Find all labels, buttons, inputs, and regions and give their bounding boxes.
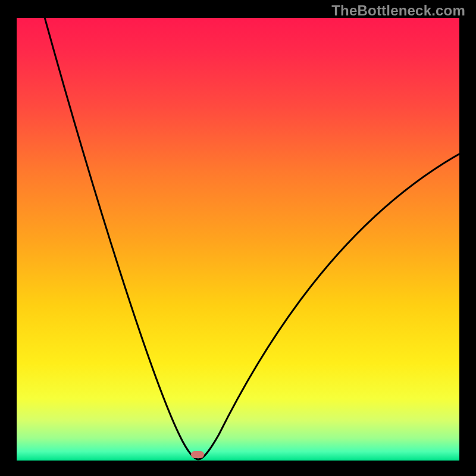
chart-frame: TheBottleneck.com	[0, 0, 476, 476]
optimum-marker	[191, 451, 204, 458]
curve-path	[43, 18, 459, 459]
bottleneck-curve	[17, 18, 459, 461]
plot-area	[17, 18, 459, 461]
watermark-text: TheBottleneck.com	[331, 2, 465, 19]
